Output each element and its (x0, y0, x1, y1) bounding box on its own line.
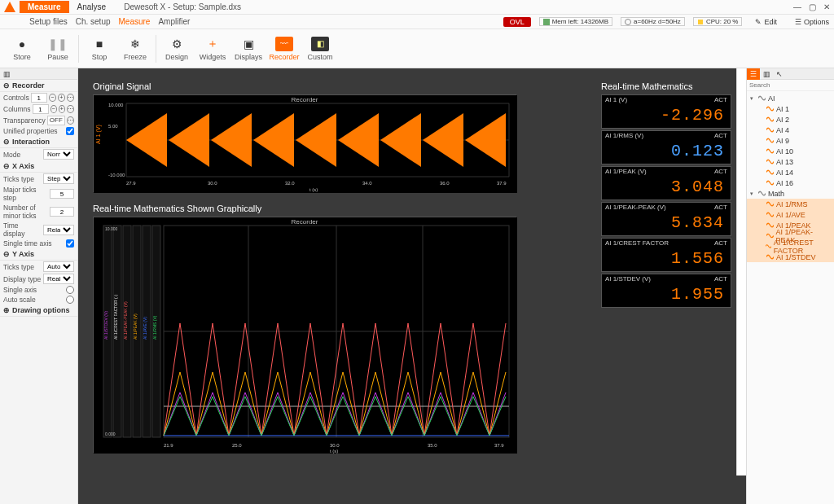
chart-label: Recorder (292, 218, 318, 226)
tool-widgets[interactable]: ＋Widgets (195, 31, 230, 67)
chart-label: Recorder (292, 96, 318, 103)
tree-item-AI-1-RMS[interactable]: AI 1/RMS (747, 199, 834, 209)
svg-text:AI 1/PEAK (V): AI 1/PEAK (V) (133, 313, 138, 340)
tree-tab-grid-icon[interactable]: ▥ (760, 68, 773, 80)
tree-item-AI-10[interactable]: AI 10 (747, 146, 834, 156)
meter-value: 3.048 (602, 176, 731, 199)
tree-item-AI-13[interactable]: AI 13 (747, 156, 834, 167)
tree-item-AI-16[interactable]: AI 16 (747, 177, 834, 188)
window-maximize[interactable]: ▢ (805, 2, 819, 11)
edit-button[interactable]: ✎Edit (750, 17, 782, 27)
tree-item-AI-2[interactable]: AI 2 (747, 114, 834, 125)
meter-act: ACT (714, 275, 727, 283)
ticks-type-select[interactable]: Step (43, 173, 74, 184)
tree-item-AI-9[interactable]: AI 9 (747, 135, 834, 146)
display-type-select[interactable]: Real value (43, 274, 74, 284)
meter-1[interactable]: AI 1/RMS (V)ACT0.123 (601, 130, 731, 164)
channel-icon (766, 232, 774, 239)
meter-0[interactable]: AI 1 (V)ACT-2.296 (601, 94, 731, 129)
settings-icon[interactable]: ⋯ (67, 116, 74, 125)
tool-displays[interactable]: ▣Displays (231, 31, 266, 67)
recorder-icon: 〰 (275, 37, 293, 51)
settings-icon[interactable]: ⋯ (67, 94, 74, 102)
auto-scale-radio[interactable] (66, 296, 74, 304)
time-display-select[interactable]: Relative (43, 225, 74, 235)
tool-stop[interactable]: ■Stop (82, 31, 116, 67)
tree-root-math[interactable]: ▾Math (747, 188, 834, 199)
settings-icon[interactable]: ⋯ (67, 105, 74, 113)
svg-text:AI 1/RMS (V): AI 1/RMS (V) (152, 315, 157, 340)
meter-name: AI 1/PEAK-PEAK (V) (605, 204, 666, 211)
nav-measure[interactable]: Measure (119, 17, 151, 26)
tool-freeze[interactable]: ❄Freeze (118, 31, 152, 67)
plus-icon[interactable]: + (58, 94, 65, 102)
tool-custom[interactable]: ◧Custom (303, 31, 337, 67)
meter-value: 5.834 (602, 212, 731, 235)
minus-icon[interactable]: − (49, 94, 56, 102)
plus-icon[interactable]: + (59, 105, 65, 113)
meter-value: 1.955 (602, 283, 731, 307)
tree-label: AI 1/RMS (776, 200, 808, 208)
window-minimize[interactable]: — (790, 2, 805, 11)
major-ticks-input[interactable] (50, 189, 74, 199)
single-time-checkbox[interactable] (66, 239, 74, 248)
tree-item-AI-14[interactable]: AI 14 (747, 167, 834, 177)
single-axis-radio[interactable] (66, 286, 74, 294)
minor-ticks-input[interactable] (50, 207, 74, 217)
nav-amplifier[interactable]: Amplifier (158, 17, 190, 26)
tool-store[interactable]: ●Store (5, 31, 39, 67)
mode-select[interactable]: Normal (43, 149, 74, 160)
unified-props-checkbox[interactable] (66, 127, 74, 135)
tool-pause[interactable]: ❚❚Pause (41, 31, 75, 67)
chart-original-signal[interactable]: Recorder AI 1 (V) 10.0005.00-10.000 (93, 94, 516, 192)
meter-4[interactable]: AI 1/CREST FACTORACT1.556 (601, 238, 731, 272)
tree-root-ai[interactable]: ▾AI (747, 93, 834, 103)
section-recorder[interactable]: ⊖Recorder (0, 80, 77, 92)
channel-icon (758, 190, 766, 197)
meter-5[interactable]: AI 1/STDEV (V)ACT1.955 (601, 274, 731, 308)
meter-2[interactable]: AI 1/PEAK (V)ACT3.048 (601, 166, 731, 200)
auto-scale-label: Auto scale (3, 296, 64, 304)
channel-icon (766, 158, 774, 165)
tree-item-AI-1-CREST-FACTOR[interactable]: AI 1/CREST FACTOR (747, 241, 834, 252)
section-yaxis[interactable]: ⊖Y Axis (0, 248, 77, 261)
svg-rect-3 (698, 20, 703, 24)
tab-analyse[interactable]: Analyse (69, 1, 115, 13)
svg-text:37.9: 37.9 (497, 181, 507, 186)
meter-3[interactable]: AI 1/PEAK-PEAK (V)ACT5.834 (601, 202, 731, 236)
window-close[interactable]: ✕ (819, 2, 834, 11)
tool-design[interactable]: ⚙Design (160, 31, 194, 67)
stop-icon: ■ (92, 37, 107, 51)
svg-text:37.9: 37.9 (494, 443, 504, 448)
tab-measure[interactable]: Measure (20, 1, 69, 13)
nav-setup-files[interactable]: Setup files (29, 17, 68, 26)
graph-math-title: Real-time Mathematics Shown Graphically (93, 204, 516, 213)
channel-icon (766, 253, 774, 261)
right-dock-strip[interactable] (736, 68, 746, 476)
y-ticks-type-select[interactable]: Automatic (43, 261, 74, 272)
columns-label: Columns (3, 105, 31, 113)
tree-label: AI 1/CREST FACTOR (774, 239, 831, 255)
meter-value: -2.296 (602, 104, 731, 128)
section-xaxis[interactable]: ⊖X Axis (0, 160, 77, 173)
tree-item-AI-1[interactable]: AI 1 (747, 103, 834, 114)
channel-icon (766, 200, 774, 208)
controls-input[interactable] (31, 93, 47, 103)
section-interaction[interactable]: ⊖Interaction (0, 136, 77, 148)
toolbar: ●Store ❚❚Pause ■Stop ❄Freeze ⚙Design ＋Wi… (0, 29, 834, 68)
display-canvas: Original Signal Recorder AI 1 (V) 10.000… (78, 68, 746, 504)
minus-icon[interactable]: − (50, 105, 57, 113)
nav-ch-setup[interactable]: Ch. setup (76, 17, 111, 26)
tree-tab-pointer-icon[interactable]: ↖ (773, 68, 786, 80)
columns-input[interactable] (33, 104, 49, 114)
panel-grip-icon[interactable]: ▥ (0, 68, 77, 80)
tree-search-input[interactable] (749, 81, 834, 89)
tool-recorder[interactable]: 〰Recorder (267, 31, 301, 67)
tree-item-AI-1-AVE[interactable]: AI 1/AVE (747, 209, 834, 220)
chart-math-graph[interactable]: Recorder AI 1/STDEV (V) AI 1/CREST FACTO… (93, 217, 516, 453)
options-button[interactable]: ☰Options (790, 17, 834, 27)
custom-icon: ◧ (311, 37, 329, 51)
section-drawing[interactable]: ⊕Drawing options (0, 305, 77, 317)
tree-tab-list-icon[interactable]: ☰ (747, 68, 760, 80)
tree-item-AI-4[interactable]: AI 4 (747, 125, 834, 135)
